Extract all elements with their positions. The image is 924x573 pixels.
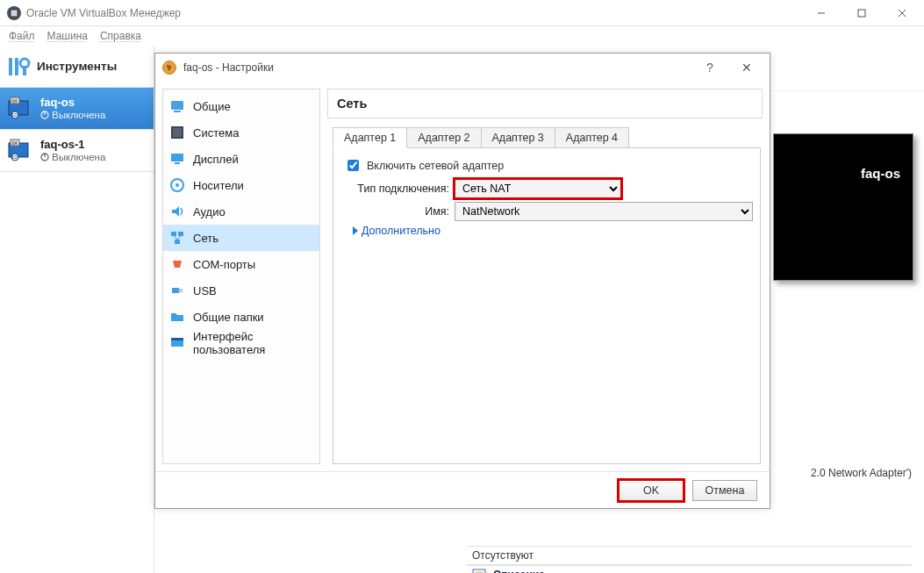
category-usb[interactable]: USB xyxy=(163,277,319,304)
svg-rect-5 xyxy=(9,58,12,75)
category-audio[interactable]: Аудио xyxy=(163,198,319,225)
svg-rect-46 xyxy=(179,289,183,292)
svg-rect-42 xyxy=(175,240,180,244)
triangle-right-icon xyxy=(353,226,358,235)
svg-text:64: 64 xyxy=(12,140,18,146)
settings-dialog: faq-os - Настройки ? ✕ Общие Система Дис… xyxy=(154,53,770,509)
maximize-button[interactable] xyxy=(842,0,882,26)
category-system[interactable]: Система xyxy=(163,119,319,146)
audio-icon xyxy=(168,203,186,220)
svg-rect-6 xyxy=(15,58,18,75)
svg-text:10: 10 xyxy=(11,112,18,118)
vm-name: faq-os xyxy=(40,97,105,109)
svg-rect-45 xyxy=(172,288,179,293)
virtualbox-logo-icon xyxy=(7,6,21,20)
cancel-button[interactable]: Отмена xyxy=(692,480,757,501)
vm-name: faq-os-1 xyxy=(40,139,105,151)
advanced-toggle[interactable]: Дополнительно xyxy=(353,225,753,237)
dialog-footer: OK Отмена xyxy=(155,471,770,508)
svg-text:64: 64 xyxy=(12,98,18,104)
usb-icon xyxy=(168,282,186,299)
dialog-titlebar: faq-os - Настройки ? ✕ xyxy=(155,54,770,82)
dialog-title: faq-os - Настройки xyxy=(183,61,274,74)
general-icon xyxy=(168,97,186,115)
vm-list-panel: Инструменты 6410 faq-os Выключена 6410 f… xyxy=(0,46,154,573)
settings-cookie-icon xyxy=(162,61,176,75)
details-fragment: 2.0 Network Adapter') xyxy=(811,467,912,479)
preview-vm-name: faq-os xyxy=(861,166,900,181)
vm-item-faq-os[interactable]: 6410 faq-os Выключена xyxy=(0,88,154,130)
svg-marker-39 xyxy=(172,206,179,217)
description-icon xyxy=(472,568,486,573)
adapter-tab-page: Включить сетевой адаптер Тип подключения… xyxy=(333,147,761,464)
svg-line-43 xyxy=(174,236,177,240)
attachment-type-select[interactable]: Сеть NAT xyxy=(455,179,621,198)
category-display[interactable]: Дисплей xyxy=(163,146,319,172)
ok-button[interactable]: OK xyxy=(619,480,684,501)
main-window-controls xyxy=(801,0,922,26)
svg-rect-40 xyxy=(171,232,176,236)
category-network[interactable]: Сеть xyxy=(163,225,319,251)
svg-rect-2 xyxy=(858,10,865,17)
main-menubar: Файл Машина Справка xyxy=(0,26,924,46)
adapter-tabs: Адаптер 1 Адаптер 2 Адаптер 3 Адаптер 4 xyxy=(327,127,763,148)
minimize-button[interactable] xyxy=(801,0,842,26)
svg-rect-32 xyxy=(174,111,181,112)
power-icon xyxy=(40,111,49,119)
menu-file[interactable]: Файл xyxy=(9,30,35,42)
display-icon xyxy=(168,150,186,168)
settings-content-panel: Сеть Адаптер 1 Адаптер 2 Адаптер 3 Адапт… xyxy=(327,89,763,464)
details-section: Отсутствуют Описание Отсутствуют xyxy=(467,546,912,573)
svg-rect-0 xyxy=(11,10,18,17)
vm-state: Выключена xyxy=(52,109,105,121)
svg-rect-36 xyxy=(175,162,180,164)
enable-adapter-input[interactable] xyxy=(347,160,359,171)
details-row-absent: Отсутствуют xyxy=(467,546,912,565)
svg-rect-35 xyxy=(171,154,183,161)
section-title: Сеть xyxy=(327,89,763,118)
category-serial[interactable]: COM-порты xyxy=(163,251,319,277)
category-shared[interactable]: Общие папки xyxy=(163,304,319,330)
tab-adapter-3[interactable]: Адаптер 3 xyxy=(482,127,555,148)
svg-rect-31 xyxy=(171,101,183,110)
main-window-title: Oracle VM VirtualBox Менеджер xyxy=(26,7,181,19)
enable-adapter-checkbox[interactable]: Включить сетевой адаптер xyxy=(344,157,753,174)
network-icon xyxy=(168,229,186,247)
tab-adapter-2[interactable]: Адаптер 2 xyxy=(407,127,481,148)
close-button[interactable] xyxy=(882,0,922,26)
tools-icon xyxy=(7,54,32,79)
dialog-help-button[interactable]: ? xyxy=(699,61,720,75)
vm-preview: faq-os xyxy=(773,133,913,281)
vm-item-faq-os-1[interactable]: 6410 faq-os-1 Выключена xyxy=(0,130,154,172)
vm-os-icon: 6410 xyxy=(7,96,33,122)
storage-icon xyxy=(168,176,186,194)
serial-icon xyxy=(168,255,186,273)
tab-adapter-4[interactable]: Адаптер 4 xyxy=(555,127,629,148)
network-name-label: Имя: xyxy=(340,205,455,218)
svg-rect-48 xyxy=(171,338,183,340)
category-general[interactable]: Общие xyxy=(163,93,319,119)
shared-folder-icon xyxy=(168,308,186,326)
category-ui[interactable]: Интерфейс пользователя xyxy=(163,330,319,356)
settings-category-list: Общие Система Дисплей Носители Аудио Сет… xyxy=(162,89,320,464)
svg-rect-8 xyxy=(23,66,26,75)
tab-adapter-1[interactable]: Адаптер 1 xyxy=(333,127,407,148)
svg-rect-41 xyxy=(178,232,183,236)
category-storage[interactable]: Носители xyxy=(163,172,319,198)
svg-text:10: 10 xyxy=(11,154,18,160)
vm-os-icon: 6410 xyxy=(7,138,33,164)
details-row-description-header[interactable]: Описание xyxy=(467,565,912,573)
menu-help[interactable]: Справка xyxy=(100,30,141,42)
attachment-type-label: Тип подключения: xyxy=(340,183,455,195)
svg-rect-34 xyxy=(173,128,182,137)
menu-machine[interactable]: Машина xyxy=(47,30,88,42)
tools-header[interactable]: Инструменты xyxy=(0,46,154,88)
system-icon xyxy=(168,124,186,141)
dialog-close-button[interactable]: ✕ xyxy=(736,61,757,75)
power-icon xyxy=(40,153,49,161)
svg-line-44 xyxy=(177,236,181,240)
main-titlebar: Oracle VM VirtualBox Менеджер xyxy=(0,0,924,26)
vm-state: Выключена xyxy=(52,151,105,163)
ui-icon xyxy=(168,334,186,352)
network-name-select[interactable]: NatNetwork xyxy=(455,202,753,221)
